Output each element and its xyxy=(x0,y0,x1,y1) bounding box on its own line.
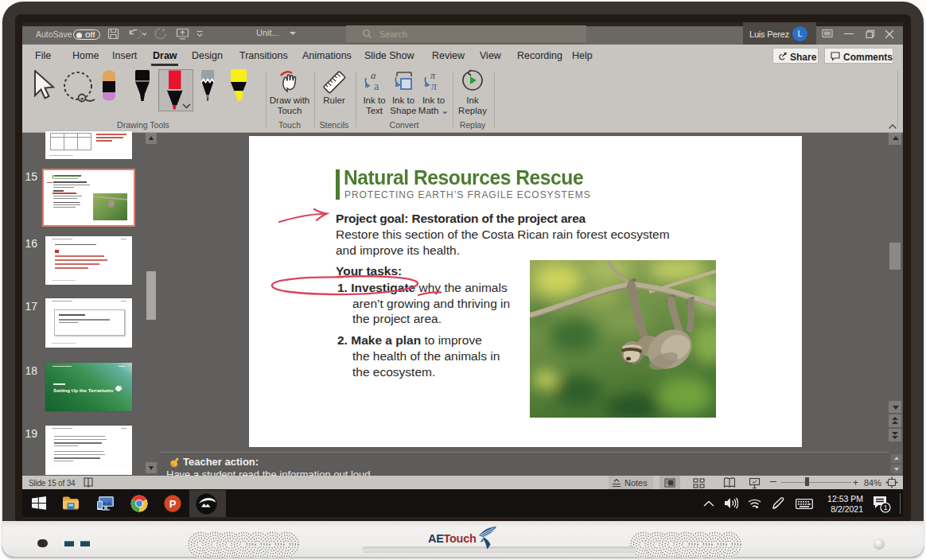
svg-text:π: π xyxy=(430,70,436,81)
svg-text:a: a xyxy=(374,80,379,92)
svg-text:a: a xyxy=(371,70,376,81)
svg-text:1: 1 xyxy=(884,504,888,511)
svg-text:P: P xyxy=(169,498,177,510)
svg-text:π: π xyxy=(431,80,438,92)
